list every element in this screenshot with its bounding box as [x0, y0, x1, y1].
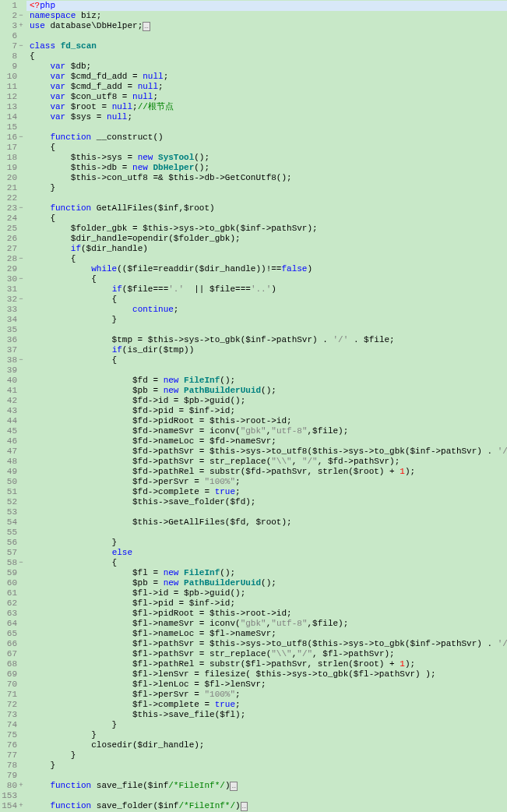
code-line[interactable]: function GetAllFiles($inf,$root) [30, 203, 507, 214]
code-line[interactable]: $this->con_utf8 =& $this->db->GetConUtf8… [30, 173, 507, 183]
code-line[interactable]: { [30, 355, 507, 365]
fold-expand-icon[interactable]: + [17, 781, 25, 791]
fold-collapse-icon[interactable]: − [17, 203, 25, 214]
code-line[interactable] [30, 193, 507, 203]
gutter-line[interactable]: 47 [0, 447, 26, 457]
gutter-line[interactable]: 25 [0, 224, 26, 234]
gutter-line[interactable]: 60 [0, 578, 26, 588]
code-line[interactable]: $this->save_file($fl); [30, 710, 507, 720]
code-line[interactable]: { [30, 254, 507, 264]
gutter-line[interactable]: 154+ [0, 801, 26, 811]
code-line[interactable]: use database\DbHelper;… [30, 21, 507, 31]
gutter-line[interactable]: 59 [0, 568, 26, 578]
code-line[interactable]: $fl->lenSvr = filesize( $this->sys->to_g… [30, 669, 507, 680]
code-line[interactable]: var $root = null;//根节点 [30, 102, 507, 112]
gutter-line[interactable]: 41 [0, 386, 26, 396]
code-line[interactable]: } [30, 750, 507, 761]
code-line[interactable]: { [30, 274, 507, 284]
gutter-line[interactable]: 57 [0, 548, 26, 558]
code-line[interactable]: $fd->pathSvr = str_replace("\\", "/", $f… [30, 457, 507, 467]
gutter-line[interactable]: 11 [0, 82, 26, 92]
fold-expand-icon[interactable]: + [17, 21, 25, 31]
code-line[interactable]: $this->db = new DbHelper(); [30, 163, 507, 173]
code-line[interactable]: $fl->pid = $inf->id; [30, 598, 507, 609]
gutter-line[interactable]: 64 [0, 619, 26, 629]
code-line[interactable]: } [30, 183, 507, 193]
code-line[interactable]: } [30, 538, 507, 548]
fold-collapse-icon[interactable]: − [17, 355, 25, 365]
gutter-line[interactable]: 24 [0, 214, 26, 224]
gutter-line[interactable]: 80+ [0, 781, 26, 791]
gutter-line[interactable]: 52 [0, 497, 26, 507]
code-line[interactable]: $fd->complete = true; [30, 487, 507, 497]
code-line[interactable]: function save_file($inf/*FileInf*/)… [30, 781, 507, 791]
code-line[interactable]: class fd_scan [30, 41, 507, 51]
fold-collapse-icon[interactable]: − [17, 558, 25, 568]
code-line[interactable]: { [30, 51, 507, 62]
gutter-line[interactable]: 27 [0, 244, 26, 254]
gutter-line[interactable]: 34 [0, 315, 26, 325]
code-line[interactable]: $fl->nameSvr = iconv("gbk","utf-8",$file… [30, 619, 507, 629]
code-line[interactable]: $fd->nameLoc = $fd->nameSvr; [30, 436, 507, 447]
code-line[interactable]: closedir($dir_handle); [30, 740, 507, 750]
code-line[interactable]: $fd->nameSvr = iconv("gbk","utf-8",$file… [30, 426, 507, 436]
code-line[interactable] [30, 122, 507, 132]
code-line[interactable]: var $cmd_f_add = null; [30, 82, 507, 92]
gutter-line[interactable]: 42 [0, 396, 26, 406]
gutter-line[interactable]: 9 [0, 62, 26, 72]
gutter-line[interactable]: 7− [0, 41, 26, 51]
code-line[interactable]: { [30, 558, 507, 568]
code-line[interactable]: } [30, 720, 507, 730]
gutter-line[interactable]: 63 [0, 609, 26, 619]
gutter-line[interactable]: 39 [0, 365, 26, 376]
code-line[interactable] [30, 791, 507, 801]
code-line[interactable]: $fl->complete = true; [30, 700, 507, 710]
gutter-line[interactable]: 58− [0, 558, 26, 568]
gutter-line[interactable]: 46 [0, 436, 26, 447]
gutter-line[interactable]: 66 [0, 639, 26, 649]
gutter-line[interactable]: 30− [0, 274, 26, 284]
code-line[interactable]: <?php [26, 1, 507, 11]
gutter-line[interactable]: 38− [0, 355, 26, 365]
fold-expand-icon[interactable]: + [17, 801, 25, 811]
gutter-line[interactable]: 37 [0, 345, 26, 355]
gutter-line[interactable]: 32− [0, 295, 26, 305]
code-line[interactable]: $fl->pathRel = substr($fl->pathSvr, strl… [30, 659, 507, 669]
code-line[interactable]: $this->GetAllFiles($fd, $root); [30, 517, 507, 528]
gutter-line[interactable]: 45 [0, 426, 26, 436]
gutter-line[interactable]: 6 [0, 31, 26, 41]
code-line[interactable]: continue; [30, 305, 507, 315]
code-line[interactable]: var $db; [30, 62, 507, 72]
gutter-line[interactable]: 14 [0, 112, 26, 122]
code-line[interactable]: { [30, 214, 507, 224]
gutter-line[interactable]: 48 [0, 457, 26, 467]
gutter-line[interactable]: 55 [0, 528, 26, 538]
code-line[interactable]: $fd->pathSvr = $this->sys->to_utf8($this… [30, 447, 507, 457]
gutter-line[interactable]: 74 [0, 720, 26, 730]
gutter-line[interactable]: 23− [0, 203, 26, 214]
code-line[interactable] [30, 507, 507, 517]
gutter-line[interactable]: 56 [0, 538, 26, 548]
gutter-line[interactable]: 70 [0, 680, 26, 690]
gutter-line[interactable]: 12 [0, 92, 26, 102]
code-line[interactable]: $pb = new PathBuilderUuid(); [30, 578, 507, 588]
gutter-line[interactable]: 15 [0, 122, 26, 132]
gutter-line[interactable]: 71 [0, 690, 26, 700]
gutter-line[interactable]: 20 [0, 173, 26, 183]
code-line[interactable]: $fd->pathRel = substr($fd->pathSvr, strl… [30, 467, 507, 477]
code-line[interactable]: $fl->pathSvr = $this->sys->to_utf8($this… [30, 639, 507, 649]
code-line[interactable]: } [30, 761, 507, 771]
gutter-line[interactable]: 17 [0, 143, 26, 153]
gutter-line[interactable]: 10 [0, 72, 26, 82]
code-line[interactable]: } [30, 730, 507, 740]
code-line[interactable]: function save_folder($inf/*FileInf*/)… [30, 801, 507, 811]
gutter-line[interactable]: 8 [0, 51, 26, 62]
code-line[interactable] [30, 365, 507, 376]
gutter-line[interactable]: 153 [0, 791, 26, 801]
code-line[interactable]: } [30, 315, 507, 325]
gutter-line[interactable]: 2− [0, 11, 26, 21]
gutter-line[interactable]: 28− [0, 254, 26, 264]
code-line[interactable]: $fl->perSvr = "100%"; [30, 690, 507, 700]
gutter-line[interactable]: 53 [0, 507, 26, 517]
code-line[interactable]: $fd->id = $pb->guid(); [30, 396, 507, 406]
